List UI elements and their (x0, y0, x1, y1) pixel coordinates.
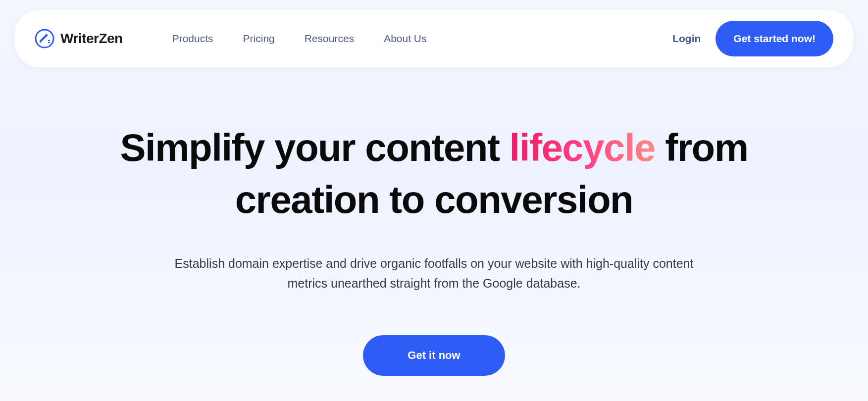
hero-title-highlight: lifecycle (510, 126, 655, 169)
hero-section: Simplify your content lifecycle from cre… (15, 122, 853, 376)
nav-link-products[interactable]: Products (172, 33, 213, 45)
logo[interactable]: WriterZen (35, 29, 123, 49)
nav-link-pricing[interactable]: Pricing (243, 33, 275, 45)
hero-title-part1: Simplify your content (120, 126, 510, 169)
get-it-now-button[interactable]: Get it now (363, 335, 505, 376)
get-started-button[interactable]: Get started now! (715, 21, 833, 56)
hero-title: Simplify your content lifecycle from cre… (54, 122, 814, 226)
nav-link-about[interactable]: About Us (384, 33, 426, 45)
nav-right: Login Get started now! (672, 21, 833, 56)
login-link[interactable]: Login (672, 33, 701, 45)
navbar: WriterZen Products Pricing Resources Abo… (15, 10, 853, 67)
nav-links: Products Pricing Resources About Us (172, 33, 427, 45)
brand-name: WriterZen (60, 31, 123, 47)
hero-subtitle: Establish domain expertise and drive org… (157, 253, 712, 293)
pen-icon (35, 29, 54, 49)
nav-link-resources[interactable]: Resources (305, 33, 354, 45)
